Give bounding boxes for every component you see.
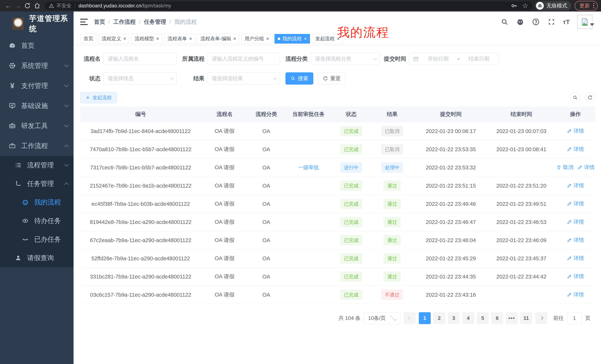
detail-action-link[interactable]: 详情 <box>567 255 584 262</box>
key-icon[interactable] <box>511 2 517 9</box>
search-button[interactable]: 搜索 <box>285 72 313 85</box>
cell-end-time <box>487 158 556 177</box>
page-button[interactable]: 5 <box>477 312 489 324</box>
tab-home[interactable]: 首页 <box>80 34 96 44</box>
sidebar-item-home[interactable]: 首页 <box>0 36 74 56</box>
sidebar-item-leave-query[interactable]: 请假查询 <box>0 249 74 267</box>
close-icon[interactable] <box>123 36 126 42</box>
sidebar-item-devtools[interactable]: 研发工具 <box>0 116 74 136</box>
close-icon[interactable] <box>189 36 192 42</box>
detail-action-link[interactable]: 详情 <box>577 164 594 171</box>
close-icon[interactable] <box>233 36 236 42</box>
owner-process-input[interactable] <box>208 53 280 65</box>
page-button[interactable]: 1 <box>419 312 431 324</box>
create-process-button[interactable]: 发起流程 <box>80 92 117 103</box>
tab-process-model[interactable]: 流程模型 <box>131 34 162 44</box>
tab-my-process[interactable]: 我的流程 <box>274 34 310 44</box>
close-icon[interactable] <box>266 36 269 42</box>
detail-action-link[interactable]: 详情 <box>567 146 584 153</box>
goto-page-input[interactable] <box>567 312 582 324</box>
prev-page-button[interactable] <box>404 312 415 324</box>
current-task-link[interactable]: 一级审批 <box>298 164 319 171</box>
detail-action-link[interactable]: 详情 <box>567 218 584 225</box>
category-select[interactable]: 请选择流程分类 <box>311 53 380 65</box>
browser-back-button[interactable]: ← <box>3 1 13 10</box>
refresh-icon <box>587 95 593 100</box>
cell-result: 已取消 <box>370 140 415 158</box>
detail-action-link[interactable]: 详情 <box>567 273 584 280</box>
cell-actions: 取消详情 <box>556 158 595 177</box>
detail-action-link[interactable]: 详情 <box>567 237 584 244</box>
detail-action-link[interactable]: 详情 <box>567 200 584 207</box>
address-bar[interactable]: 不安全 dashboard.yudao.iocoder.cn/bpm/task/… <box>45 1 532 10</box>
action-label: 详情 <box>584 164 594 171</box>
browser-forward-button[interactable]: → <box>13 1 23 10</box>
caret-down-icon[interactable] <box>590 23 594 26</box>
browser-reload-button[interactable] <box>23 1 32 10</box>
page-button[interactable]: 2 <box>433 312 445 324</box>
detail-action-link[interactable]: 详情 <box>567 291 584 298</box>
reset-button[interactable]: 重置 <box>318 72 346 85</box>
annotation-overlay: 我的流程 <box>337 24 389 41</box>
tab-process-form-edit[interactable]: 流程表单-编辑 <box>197 34 239 44</box>
tab-user-group[interactable]: 用户分组 <box>241 34 272 44</box>
cell-submit-time: 2022-01-22 23:51:15 <box>415 177 487 195</box>
home-icon <box>34 2 40 9</box>
refresh-table-button[interactable] <box>585 92 595 103</box>
sidebar-item-workflow[interactable]: 工作流程 <box>0 136 74 156</box>
submit-time-range-picker[interactable]: 开始日期 - 结束日期 <box>409 53 499 65</box>
result-placeholder: 请选择流结果 <box>212 75 274 82</box>
page-size-select[interactable]: 10条/页 <box>364 312 400 324</box>
detail-action-link[interactable]: 详情 <box>567 182 584 189</box>
avatar[interactable] <box>577 15 592 29</box>
cell-process-id: 67c2eaab-7b9a-11ec-a290-acde48001122 <box>80 231 201 249</box>
cell-process-id: 7470a810-7b9b-11ec-b5b7-acde48001122 <box>80 140 201 158</box>
font-size-icon[interactable]: ᴛT <box>563 18 570 26</box>
col-current-task: 当前审批任务 <box>284 106 333 122</box>
sidebar-item-process-management[interactable]: 流程管理 <box>0 156 74 174</box>
sidebar-item-task-management[interactable]: 任务管理 <box>0 174 74 193</box>
cell-result: 不通过 <box>370 286 415 304</box>
more-pages-button[interactable]: ••• <box>506 312 518 324</box>
sidebar-item-payment[interactable]: ¥ 支付管理 <box>0 76 74 96</box>
help-icon[interactable] <box>532 18 540 26</box>
detail-action-link[interactable]: 详情 <box>567 127 584 134</box>
toggle-search-button[interactable] <box>570 92 580 103</box>
browser-update-button[interactable]: 更新 <box>575 1 598 10</box>
github-icon[interactable] <box>516 18 524 26</box>
cancel-action-link[interactable]: 取消 <box>556 164 573 171</box>
breadcrumb-item[interactable]: 工作流程 <box>113 18 136 26</box>
tab-process-definition[interactable]: 流程定义 <box>99 34 129 44</box>
cell-process-id: 3ad174fb-7b9d-11ec-8404-acde48001122 <box>80 122 201 140</box>
status-badge: 进行中 <box>341 163 362 172</box>
sidebar-item-label: 已办任务 <box>34 235 68 244</box>
next-page-button[interactable] <box>535 312 547 324</box>
sidebar-item-infrastructure[interactable]: 基础设施 <box>0 96 74 116</box>
sidebar-item-my-process[interactable]: 我的流程 <box>0 193 74 211</box>
sidebar-item-done-tasks[interactable]: 已办任务 <box>0 230 74 249</box>
cell-actions: 详情 <box>556 268 595 286</box>
process-name-input[interactable] <box>103 53 177 65</box>
close-icon[interactable] <box>304 36 307 42</box>
sidebar-collapse-icon[interactable] <box>80 19 88 25</box>
sidebar-item-todo-tasks[interactable]: 待办任务 <box>0 211 74 230</box>
sidebar-logo: 芋道管理系统 <box>0 11 74 36</box>
fullscreen-icon[interactable] <box>547 18 555 26</box>
status-select[interactable]: 请选择状态 <box>103 72 177 85</box>
page-button[interactable]: 3 <box>448 312 460 324</box>
breadcrumb-item[interactable]: 任务管理 <box>144 18 166 26</box>
breadcrumb-item[interactable]: 首页 <box>94 18 105 26</box>
cell-category: OA <box>248 122 284 140</box>
result-select[interactable]: 请选择流结果 <box>208 72 280 85</box>
close-icon[interactable] <box>156 36 159 42</box>
browser-home-button[interactable] <box>32 1 42 10</box>
tab-process-form[interactable]: 流程表单 <box>164 34 195 44</box>
page-button[interactable]: 6 <box>491 312 503 324</box>
browser-menu-icon[interactable] <box>593 3 594 8</box>
page-button[interactable]: 11 <box>520 312 532 324</box>
page-button[interactable]: 4 <box>462 312 474 324</box>
header-search-icon[interactable] <box>501 18 509 26</box>
chevron-down-icon <box>64 162 69 167</box>
bookmark-star-icon[interactable]: ☆ <box>522 2 528 10</box>
sidebar-item-system[interactable]: 系统管理 <box>0 56 74 76</box>
